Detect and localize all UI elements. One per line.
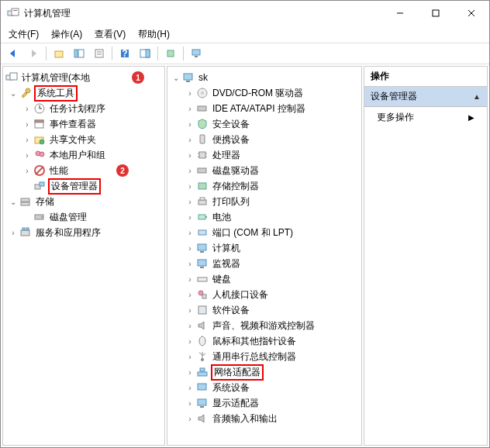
storage-icon	[19, 195, 33, 208]
software-icon	[195, 304, 209, 316]
collapse-arrow-icon: ▲	[473, 92, 481, 101]
device-storage_ctrl[interactable]: ›存储控制器	[167, 178, 361, 194]
svg-rect-59	[205, 216, 207, 218]
tree-task-scheduler[interactable]: › 任务计划程序	[3, 101, 164, 116]
chevron-right-icon: ›	[22, 120, 33, 129]
network-icon	[195, 366, 209, 378]
svg-rect-8	[74, 50, 78, 57]
svg-rect-37	[21, 202, 29, 205]
device-software[interactable]: ›软件设备	[167, 302, 361, 318]
device-mouse[interactable]: ›鼠标和其他指针设备	[167, 333, 361, 349]
device-computer[interactable]: ›计算机	[167, 240, 361, 256]
services-label: 服务和应用程序	[34, 226, 102, 240]
tree-root[interactable]: 计算机管理(本地 1	[3, 70, 164, 85]
device-sysdev[interactable]: ›系统设备	[167, 380, 361, 395]
menubar: 文件(F) 操作(A) 查看(V) 帮助(H)	[1, 26, 489, 43]
device-hid[interactable]: ›人机接口设备	[167, 287, 361, 302]
portable-icon	[195, 133, 209, 146]
device-ports[interactable]: ›端口 (COM 和 LPT)	[167, 225, 361, 240]
svg-rect-36	[21, 198, 29, 202]
tree-device-manager[interactable]: 设备管理器	[3, 178, 164, 194]
chevron-right-icon: ›	[185, 151, 195, 160]
menu-file[interactable]: 文件(F)	[5, 26, 42, 43]
chevron-right-icon: ›	[185, 399, 195, 408]
minimize-button[interactable]	[382, 2, 418, 25]
device-monitor[interactable]: ›监视器	[167, 256, 361, 271]
chevron-right-icon: ›	[8, 229, 19, 237]
svg-point-46	[201, 91, 204, 95]
chevron-right-icon: ›	[185, 213, 195, 222]
svg-rect-21	[10, 73, 17, 80]
device-disk[interactable]: ›磁盘驱动器	[167, 163, 361, 178]
keyboard-icon	[195, 273, 209, 285]
actions-panel: 操作 设备管理器 ▲ 更多操作 ▶	[364, 66, 488, 446]
maximize-button[interactable]	[418, 2, 454, 25]
device-keyboard[interactable]: ›键盘	[167, 271, 361, 287]
menu-help[interactable]: 帮助(H)	[135, 26, 173, 43]
device-root-label: sk	[197, 72, 209, 83]
tree-performance[interactable]: › 性能 2	[3, 163, 164, 178]
tree-storage[interactable]: ⌄ 存储	[3, 194, 164, 209]
monitor-button[interactable]	[187, 45, 205, 62]
device-ide[interactable]: ›IDE ATA/ATAPI 控制器	[167, 101, 361, 116]
svg-rect-74	[198, 372, 207, 376]
device-security[interactable]: ›安全设备	[167, 116, 361, 132]
tree-system-tools[interactable]: ⌄ 系统工具	[3, 85, 164, 101]
device-audio_io[interactable]: ›音频输入和输出	[167, 411, 361, 426]
tree-shared-folders[interactable]: › 共享文件夹	[3, 132, 164, 147]
svg-rect-41	[22, 228, 25, 230]
disk-icon	[33, 211, 47, 223]
svg-rect-1	[12, 9, 19, 16]
tree-view-button[interactable]	[70, 45, 88, 62]
list-view-button[interactable]	[90, 45, 109, 62]
device-label: 键盘	[211, 273, 233, 286]
device-cpu[interactable]: ›处理器	[167, 147, 361, 163]
svg-rect-4	[433, 10, 439, 16]
sysdev-icon	[195, 381, 209, 394]
svg-rect-16	[146, 50, 150, 57]
more-actions[interactable]: 更多操作 ▶	[364, 107, 487, 128]
chevron-right-icon: ›	[185, 384, 195, 392]
chevron-right-icon: ›	[185, 120, 195, 129]
shared-folder-icon	[33, 133, 47, 146]
tree-services[interactable]: › 服务和应用程序	[3, 225, 164, 240]
scan-button[interactable]	[161, 45, 180, 62]
device-usb[interactable]: ›通用串行总线控制器	[167, 349, 361, 364]
device-display[interactable]: ›显示适配器	[167, 395, 361, 411]
chevron-right-icon: ›	[185, 368, 195, 377]
device-label: 打印队列	[211, 195, 251, 208]
back-button[interactable]	[4, 45, 22, 62]
event-icon	[33, 118, 47, 130]
actions-category[interactable]: 设备管理器 ▲	[364, 87, 487, 107]
device-dvd[interactable]: ›DVD/CD-ROM 驱动器	[167, 85, 361, 101]
device-label: 软件设备	[211, 304, 251, 317]
performance-icon	[33, 164, 47, 177]
svg-point-31	[40, 152, 44, 157]
device-portable[interactable]: ›便携设备	[167, 132, 361, 147]
device-battery[interactable]: ›电池	[167, 209, 361, 225]
separator	[183, 47, 184, 60]
device-printq[interactable]: ›打印队列	[167, 194, 361, 209]
close-button[interactable]	[454, 2, 489, 25]
device-net[interactable]: ›网络适配器3	[167, 364, 361, 380]
forward-button[interactable]	[24, 45, 43, 62]
tree-local-users[interactable]: › 本地用户和组	[3, 147, 164, 163]
computer-icon	[181, 71, 195, 84]
chevron-right-icon: ›	[185, 136, 195, 144]
up-button[interactable]	[50, 45, 68, 62]
storage-controller-icon	[195, 180, 209, 192]
device-root[interactable]: ⌄ sk	[167, 70, 361, 85]
svg-rect-27	[35, 120, 43, 122]
device-label: DVD/CD-ROM 驱动器	[211, 87, 305, 100]
chevron-right-icon: ›	[185, 105, 195, 113]
menu-view[interactable]: 查看(V)	[91, 26, 129, 43]
menu-action[interactable]: 操作(A)	[48, 26, 85, 43]
help-button[interactable]: ?	[116, 45, 134, 62]
device-audio_game[interactable]: ›声音、视频和游戏控制器	[167, 318, 361, 333]
tree-event-viewer[interactable]: › 事件查看器	[3, 116, 164, 132]
panel-button[interactable]	[136, 45, 154, 62]
tree-disk-management[interactable]: 磁盘管理	[3, 209, 164, 225]
device-label: 便携设备	[211, 133, 251, 146]
separator	[112, 47, 112, 60]
chevron-down-icon: ⌄	[171, 74, 181, 82]
